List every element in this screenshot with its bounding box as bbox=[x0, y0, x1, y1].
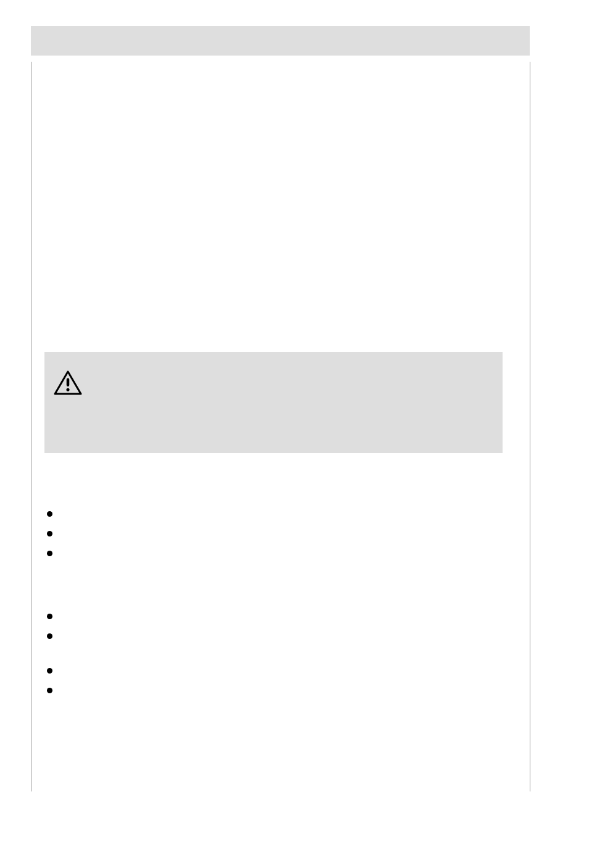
warning-callout bbox=[44, 352, 503, 453]
page bbox=[0, 0, 589, 868]
list-item bbox=[44, 547, 503, 561]
header-bar bbox=[31, 26, 530, 56]
bullet-list-c bbox=[44, 664, 503, 704]
list-item bbox=[44, 527, 503, 541]
column-rule-left bbox=[31, 62, 31, 791]
column-rule-right bbox=[530, 62, 530, 791]
bullet-list-a bbox=[44, 507, 503, 567]
list-item bbox=[44, 684, 503, 698]
list-item bbox=[44, 610, 503, 624]
svg-rect-0 bbox=[67, 378, 70, 387]
svg-point-1 bbox=[66, 388, 69, 391]
bullet-list-b bbox=[44, 610, 503, 649]
warning-icon bbox=[53, 368, 83, 398]
list-item bbox=[44, 664, 503, 678]
list-item bbox=[44, 507, 503, 521]
list-item bbox=[44, 630, 503, 643]
